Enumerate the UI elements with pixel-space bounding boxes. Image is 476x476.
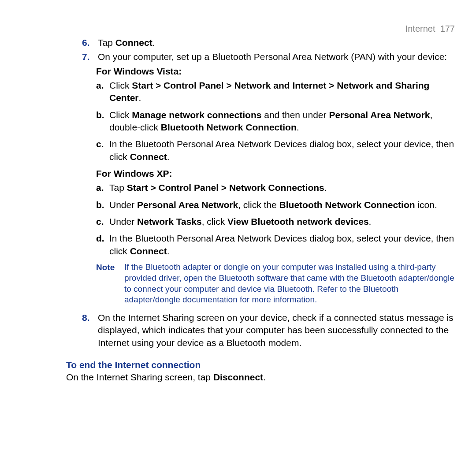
page-header: Internet 177 [20, 23, 456, 35]
step-6: 6. Tap Connect. [20, 37, 456, 49]
document-page: Internet 177 6. Tap Connect. 7. On your … [0, 0, 476, 402]
subheading-end-connection: To end the Internet connection [20, 359, 456, 371]
vista-heading: For Windows Vista: [20, 65, 456, 78]
step-text: On your computer, set up a Bluetooth Per… [98, 51, 456, 63]
substep-marker: c. [96, 138, 109, 163]
step-marker: 7. [82, 51, 98, 63]
vista-step-b: b. Click Manage network connections and … [96, 109, 456, 134]
xp-step-d: d. In the Bluetooth Personal Area Networ… [96, 232, 456, 257]
vista-steps: a. Click Start > Control Panel > Network… [20, 79, 456, 163]
step-text: Tap Connect. [98, 37, 456, 49]
step-marker: 8. [82, 312, 98, 349]
substep-marker: c. [96, 216, 109, 228]
xp-step-b: b. Under Personal Area Network, click th… [96, 199, 456, 211]
note-block: Note If the Bluetooth adapter or dongle … [20, 262, 456, 305]
substep-marker: a. [96, 182, 109, 194]
page-number: 177 [440, 24, 455, 33]
final-paragraph: On the Internet Sharing screen, tap Disc… [20, 371, 456, 383]
step-8: 8. On the Internet Sharing screen on you… [20, 312, 456, 349]
note-text: If the Bluetooth adapter or dongle on yo… [124, 262, 456, 305]
vista-step-c: c. In the Bluetooth Personal Area Networ… [96, 138, 456, 163]
substep-marker: a. [96, 79, 109, 104]
step-text: On the Internet Sharing screen on your d… [98, 312, 456, 349]
section-name: Internet [405, 24, 435, 33]
vista-step-a: a. Click Start > Control Panel > Network… [96, 79, 456, 104]
note-label: Note [96, 262, 124, 305]
xp-step-a: a. Tap Start > Control Panel > Network C… [96, 182, 456, 194]
xp-heading: For Windows XP: [20, 167, 456, 180]
xp-steps: a. Tap Start > Control Panel > Network C… [20, 182, 456, 257]
step-7: 7. On your computer, set up a Bluetooth … [20, 51, 456, 63]
substep-marker: b. [96, 199, 109, 211]
substep-marker: d. [96, 232, 109, 257]
step-marker: 6. [82, 37, 98, 49]
substep-marker: b. [96, 109, 109, 134]
xp-step-c: c. Under Network Tasks, click View Bluet… [96, 216, 456, 228]
